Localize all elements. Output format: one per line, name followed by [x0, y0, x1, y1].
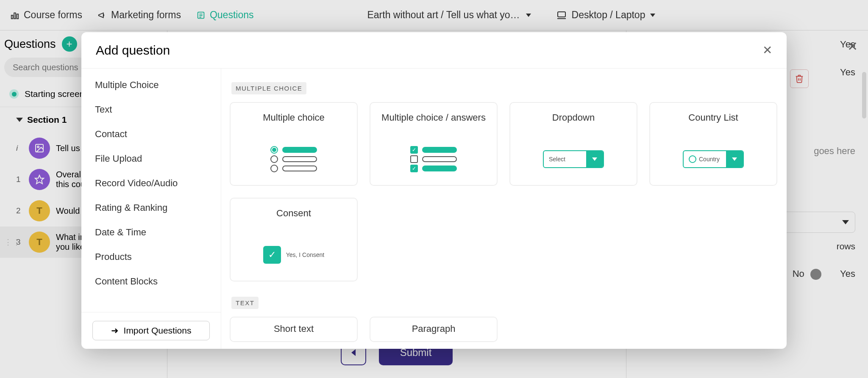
category-multiple-choice[interactable]: Multiple Choice — [81, 73, 221, 97]
card-preview: ✓ ✓ — [410, 133, 457, 185]
card-preview: Select — [543, 133, 604, 185]
card-multiple-choice[interactable]: Multiple choice — [230, 102, 358, 186]
category-products[interactable]: Products — [81, 245, 221, 269]
card-consent[interactable]: Consent ✓ Yes, I Consent — [230, 198, 358, 281]
card-preview — [270, 133, 317, 185]
card-multiple-choice-answers[interactable]: Multiple choice / answers ✓ ✓ — [370, 102, 498, 186]
card-short-text[interactable]: Short text — [230, 317, 358, 342]
dropdown-text: Select — [544, 151, 586, 167]
category-contact[interactable]: Contact — [81, 122, 221, 146]
modal-content: MULTIPLE CHOICE Multiple choice — [221, 69, 787, 349]
card-title: Multiple choice / answers — [381, 112, 486, 123]
import-label: Import Questions — [124, 326, 192, 336]
card-title: Short text — [274, 323, 314, 334]
card-title: Paragraph — [412, 323, 456, 334]
globe-icon — [689, 155, 696, 163]
card-dropdown[interactable]: Dropdown Select — [509, 102, 637, 186]
card-title: Consent — [276, 208, 311, 219]
category-record-video-audio[interactable]: Record Video/Audio — [81, 171, 221, 196]
card-country-list[interactable]: Country List Country — [649, 102, 777, 186]
chevron-down-icon — [726, 151, 743, 167]
card-title: Country List — [688, 112, 738, 123]
card-title: Dropdown — [552, 112, 595, 123]
category-text[interactable]: Text — [81, 97, 221, 122]
add-question-modal: Add question ✕ Multiple Choice Text Cont… — [81, 32, 787, 349]
card-title: Multiple choice — [263, 112, 325, 123]
consent-text: Yes, I Consent — [286, 251, 325, 258]
section-label-mc: MULTIPLE CHOICE — [231, 82, 306, 94]
card-preview: Country — [683, 133, 744, 185]
close-modal-button[interactable]: ✕ — [762, 43, 772, 57]
card-paragraph[interactable]: Paragraph — [370, 317, 498, 342]
chevron-down-icon — [586, 151, 603, 167]
category-date-time[interactable]: Date & Time — [81, 220, 221, 245]
import-questions-button[interactable]: ➜ Import Questions — [92, 321, 210, 340]
dropdown-text: Country — [684, 151, 726, 167]
category-file-upload[interactable]: File Upload — [81, 146, 221, 171]
category-content-blocks[interactable]: Content Blocks — [81, 269, 221, 294]
section-label-text: TEXT — [231, 297, 259, 309]
check-icon: ✓ — [263, 246, 281, 264]
category-rating-ranking[interactable]: Rating & Ranking — [81, 196, 221, 220]
arrow-right-icon: ➜ — [111, 326, 119, 336]
modal-backdrop: Add question ✕ Multiple Choice Text Cont… — [0, 0, 868, 378]
category-sidebar: Multiple Choice Text Contact File Upload… — [81, 69, 221, 349]
card-preview: ✓ Yes, I Consent — [263, 229, 325, 281]
modal-title: Add question — [96, 43, 170, 58]
